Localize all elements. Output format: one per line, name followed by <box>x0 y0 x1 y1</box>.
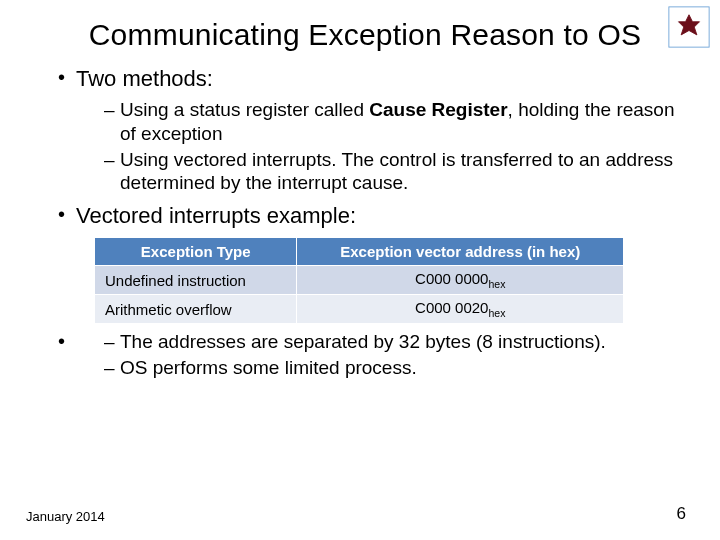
addr-sub: hex <box>488 307 505 319</box>
table-row: Arithmetic overflow C000 0020hex <box>95 295 624 324</box>
bullet-container: The addresses are separated by 32 bytes … <box>58 330 688 380</box>
slide: Communicating Exception Reason to OS Two… <box>0 0 720 540</box>
addr-value: C000 0000 <box>415 270 488 287</box>
table-header: Exception Type <box>95 238 297 266</box>
slide-title: Communicating Exception Reason to OS <box>42 18 688 52</box>
text-bold: Cause Register <box>369 99 507 120</box>
table-header-row: Exception Type Exception vector address … <box>95 238 624 266</box>
exception-table: Exception Type Exception vector address … <box>94 237 624 324</box>
sub-bullet-separated: The addresses are separated by 32 bytes … <box>104 330 688 354</box>
sub-bullet-os-process: OS performs some limited process. <box>104 356 688 380</box>
page-number: 6 <box>677 504 686 524</box>
sub-bullet-cause-register: Using a status register called Cause Reg… <box>104 98 688 146</box>
table-header: Exception vector address (in hex) <box>297 238 624 266</box>
addr-sub: hex <box>488 278 505 290</box>
bullet-text: Two methods: <box>76 66 213 91</box>
bullet-two-methods: Two methods: Using a status register cal… <box>58 66 688 195</box>
table-cell: C000 0000hex <box>297 266 624 295</box>
table-cell: C000 0020hex <box>297 295 624 324</box>
text-pre: Using a status register called <box>120 99 369 120</box>
table-cell: Undefined instruction <box>95 266 297 295</box>
addr-value: C000 0020 <box>415 299 488 316</box>
technion-logo-icon <box>668 6 710 48</box>
footer-date: January 2014 <box>26 509 105 524</box>
slide-content: Two methods: Using a status register cal… <box>32 66 688 380</box>
table-row: Undefined instruction C000 0000hex <box>95 266 624 295</box>
table-cell: Arithmetic overflow <box>95 295 297 324</box>
bullet-text: Vectored interrupts example: <box>76 203 356 228</box>
sub-bullet-vectored-interrupts: Using vectored interrupts. The control i… <box>104 148 688 196</box>
bullet-vectored-example: Vectored interrupts example: <box>58 203 688 229</box>
